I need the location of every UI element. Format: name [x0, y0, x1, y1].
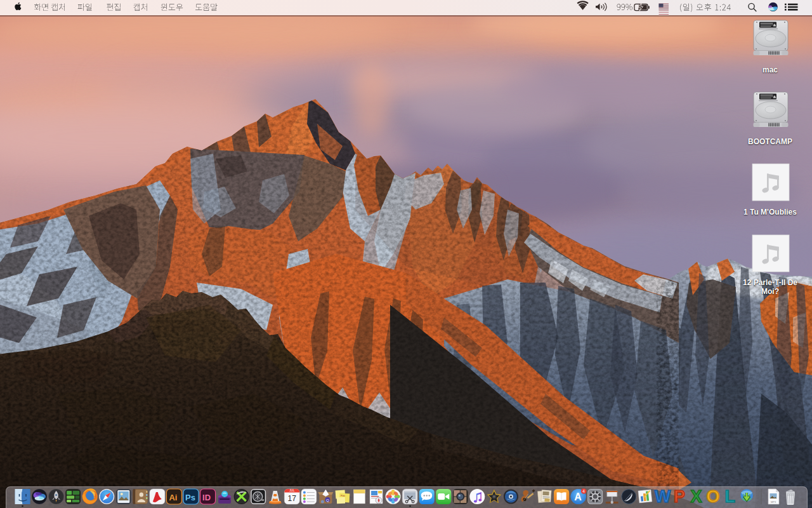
svg-text:P: P [674, 487, 685, 506]
svg-text:Ai: Ai [169, 493, 177, 502]
svg-text:ID: ID [202, 493, 211, 502]
svg-text:Q: Q [326, 498, 329, 502]
svg-text:L: L [724, 487, 735, 506]
svg-text:X: X [690, 487, 702, 506]
svg-text:O: O [707, 487, 720, 506]
svg-text:A: A [574, 491, 582, 502]
svg-text:Ps: Ps [185, 493, 195, 502]
svg-text:MP3: MP3 [771, 500, 776, 504]
svg-text:17: 17 [288, 494, 297, 503]
svg-text:Plan: Plan [341, 495, 345, 497]
svg-text:W: W [655, 487, 671, 506]
svg-text:4: 4 [582, 489, 585, 493]
svg-text:JUL: JUL [289, 489, 294, 492]
